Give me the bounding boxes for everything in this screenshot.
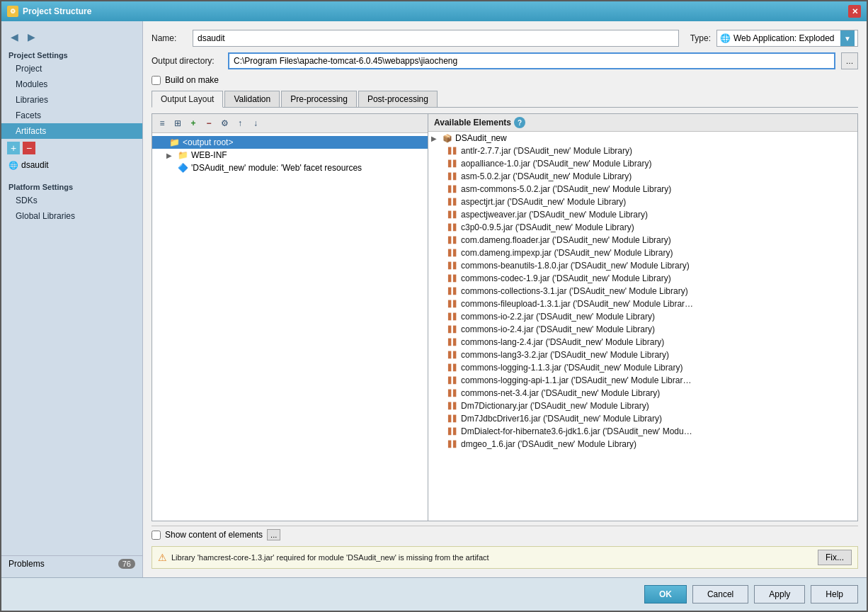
available-item-0[interactable]: ▋▋ antlr-2.7.7.jar ('DSAudit_new' Module… xyxy=(428,144,857,157)
jar-icon-8: ▋▋ xyxy=(448,249,458,256)
available-item-2[interactable]: ▋▋ asm-5.0.2.jar ('DSAudit_new' Module L… xyxy=(428,170,857,183)
add-artifact-button[interactable]: + xyxy=(7,142,20,154)
problems-badge: 76 xyxy=(118,559,135,569)
available-header: Available Elements ? xyxy=(428,114,857,132)
build-on-make-checkbox[interactable] xyxy=(152,76,161,85)
available-item-12[interactable]: ▋▋ commons-fileupload-1.3.1.jar ('DSAudi… xyxy=(428,298,857,310)
tab-pre-processing[interactable]: Pre-processing xyxy=(281,91,357,107)
close-button[interactable]: ✕ xyxy=(848,5,861,18)
move-down-toolbar-btn[interactable]: ↓ xyxy=(249,116,263,130)
available-item-label-11: commons-collections-3.1.jar ('DSAudit_ne… xyxy=(461,286,688,296)
available-item-21[interactable]: ▋▋ Dm7JdbcDriver16.jar ('DSAudit_new' Mo… xyxy=(428,412,857,425)
name-input[interactable] xyxy=(193,30,679,47)
move-up-toolbar-btn[interactable]: ↑ xyxy=(233,116,247,130)
sidebar-nav: ◀ ▶ xyxy=(1,27,142,47)
cancel-button[interactable]: Cancel xyxy=(692,585,748,604)
available-item-1[interactable]: ▋▋ aopalliance-1.0.jar ('DSAudit_new' Mo… xyxy=(428,157,857,170)
available-item-16[interactable]: ▋▋ commons-lang3-3.2.jar ('DSAudit_new' … xyxy=(428,348,857,361)
tree-item-module[interactable]: 🔷 'DSAudit_new' module: 'Web' facet reso… xyxy=(152,162,428,174)
type-dropdown-arrow[interactable]: ▼ xyxy=(840,30,855,46)
available-item-label-0: antlr-2.7.7.jar ('DSAudit_new' Module Li… xyxy=(461,146,632,156)
sidebar-item-sdks[interactable]: SDKs xyxy=(1,193,142,208)
ok-button[interactable]: OK xyxy=(644,585,687,604)
nav-back-button[interactable]: ◀ xyxy=(7,30,21,44)
nav-forward-button[interactable]: ▶ xyxy=(24,30,38,44)
available-item-8[interactable]: ▋▋ com.dameng.impexp.jar ('DSAudit_new' … xyxy=(428,246,857,259)
available-help-icon[interactable]: ? xyxy=(514,117,525,128)
jar-icon-2: ▋▋ xyxy=(448,173,458,180)
group-expand-icon: ▶ xyxy=(431,135,440,142)
available-item-17[interactable]: ▋▋ commons-logging-1.1.3.jar ('DSAudit_n… xyxy=(428,361,857,374)
available-item-20[interactable]: ▋▋ Dm7Dictionary.jar ('DSAudit_new' Modu… xyxy=(428,400,857,412)
help-button[interactable]: Help xyxy=(811,585,858,604)
settings-toolbar-btn[interactable]: ⚙ xyxy=(217,116,232,130)
jar-icon-1: ▋▋ xyxy=(448,160,458,167)
fix-button[interactable]: Fix... xyxy=(818,550,852,565)
output-browse-button[interactable]: … xyxy=(841,52,858,69)
available-item-9[interactable]: ▋▋ commons-beanutils-1.8.0.jar ('DSAudit… xyxy=(428,259,857,272)
jar-icon-13: ▋▋ xyxy=(448,313,458,320)
sidebar-item-facets[interactable]: Facets xyxy=(1,108,142,123)
available-item-14[interactable]: ▋▋ commons-io-2.4.jar ('DSAudit_new' Mod… xyxy=(428,323,857,336)
remove-artifact-button[interactable]: − xyxy=(23,142,35,154)
available-item-18[interactable]: ▋▋ commons-logging-api-1.1.jar ('DSAudit… xyxy=(428,374,857,387)
tab-validation[interactable]: Validation xyxy=(224,91,280,107)
problems-section[interactable]: Problems 76 xyxy=(1,555,142,572)
jar-icon-7: ▋▋ xyxy=(448,237,458,244)
main-content: ◀ ▶ Project Settings Project Modules Lib… xyxy=(1,21,867,577)
jar-icon-23: ▋▋ xyxy=(448,441,458,448)
build-on-make-label: Build on make xyxy=(165,75,219,85)
available-item-label-9: commons-beanutils-1.8.0.jar ('DSAudit_ne… xyxy=(461,261,690,271)
available-item-label-8: com.dameng.impexp.jar ('DSAudit_new' Mod… xyxy=(461,248,673,258)
name-label: Name: xyxy=(152,33,187,43)
expand-webinf[interactable]: ▶ xyxy=(166,152,175,159)
file-tree-content: 📁 <output root> ▶ 📁 WEB-INF 🔷 'DSAudit_n… xyxy=(152,133,428,521)
platform-settings-header: Platform Settings xyxy=(1,178,142,193)
available-item-15[interactable]: ▋▋ commons-lang-2.4.jar ('DSAudit_new' M… xyxy=(428,336,857,348)
columns-toolbar-btn[interactable]: ⊞ xyxy=(171,116,185,130)
sidebar-item-global-libraries[interactable]: Global Libraries xyxy=(1,208,142,224)
build-on-make-row: Build on make xyxy=(152,75,858,85)
show-content-toolbar-btn[interactable]: ≡ xyxy=(155,116,169,130)
available-item-7[interactable]: ▋▋ com.dameng.floader.jar ('DSAudit_new'… xyxy=(428,234,857,246)
apply-button[interactable]: Apply xyxy=(754,585,805,604)
show-content-row: Show content of elements ... xyxy=(152,526,858,543)
available-item-5[interactable]: ▋▋ aspectjweaver.jar ('DSAudit_new' Modu… xyxy=(428,208,857,221)
jar-icon-12: ▋▋ xyxy=(448,300,458,307)
available-item-label-21: Dm7JdbcDriver16.jar ('DSAudit_new' Modul… xyxy=(461,414,662,424)
available-item-22[interactable]: ▋▋ DmDialect-for-hibernate3.6-jdk1.6.jar… xyxy=(428,425,857,438)
sidebar-item-artifacts[interactable]: Artifacts xyxy=(1,123,142,139)
remove-toolbar-btn[interactable]: − xyxy=(202,116,216,130)
tab-post-processing[interactable]: Post-processing xyxy=(358,91,438,107)
available-group-dsaudit[interactable]: ▶ 📦 DSAudit_new xyxy=(428,132,857,144)
tab-output-layout[interactable]: Output Layout xyxy=(152,91,223,108)
available-item-19[interactable]: ▋▋ commons-net-3.4.jar ('DSAudit_new' Mo… xyxy=(428,387,857,400)
available-item-3[interactable]: ▋▋ asm-commons-5.0.2.jar ('DSAudit_new' … xyxy=(428,183,857,196)
available-content: ▶ 📦 DSAudit_new ▋▋ antlr-2.7.7.jar ('DSA… xyxy=(428,132,857,521)
sidebar-item-libraries[interactable]: Libraries xyxy=(1,92,142,108)
webinf-label: WEB-INF xyxy=(191,150,227,160)
group-name-label: DSAudit_new xyxy=(455,133,507,143)
sidebar-item-modules[interactable]: Modules xyxy=(1,76,142,92)
available-item-label-4: aspectjrt.jar ('DSAudit_new' Module Libr… xyxy=(461,197,626,207)
artifact-dsaudit[interactable]: 🌐 dsaudit xyxy=(1,157,142,173)
right-panel: Name: Type: 🌐 Web Application: Exploded … xyxy=(143,21,867,577)
available-item-13[interactable]: ▋▋ commons-io-2.2.jar ('DSAudit_new' Mod… xyxy=(428,310,857,323)
add-toolbar-btn[interactable]: + xyxy=(186,116,200,130)
type-select[interactable]: 🌐 Web Application: Exploded ▼ xyxy=(716,30,858,47)
available-item-label-3: asm-commons-5.0.2.jar ('DSAudit_new' Mod… xyxy=(461,184,671,194)
available-item-6[interactable]: ▋▋ c3p0-0.9.5.jar ('DSAudit_new' Module … xyxy=(428,221,857,234)
show-content-browse-button[interactable]: ... xyxy=(267,529,280,540)
available-item-4[interactable]: ▋▋ aspectjrt.jar ('DSAudit_new' Module L… xyxy=(428,196,857,208)
output-dir-input[interactable] xyxy=(228,52,835,69)
tree-item-output-root[interactable]: 📁 <output root> xyxy=(152,136,428,149)
available-item-23[interactable]: ▋▋ dmgeo_1.6.jar ('DSAudit_new' Module L… xyxy=(428,438,857,450)
available-header-label: Available Elements xyxy=(434,118,511,128)
available-item-label-16: commons-lang3-3.2.jar ('DSAudit_new' Mod… xyxy=(461,350,669,360)
available-item-11[interactable]: ▋▋ commons-collections-3.1.jar ('DSAudit… xyxy=(428,285,857,298)
show-content-checkbox[interactable] xyxy=(152,531,161,540)
jar-icon-5: ▋▋ xyxy=(448,211,458,218)
available-item-10[interactable]: ▋▋ commons-codec-1.9.jar ('DSAudit_new' … xyxy=(428,272,857,285)
tree-item-webinf[interactable]: ▶ 📁 WEB-INF xyxy=(152,149,428,162)
sidebar-item-project[interactable]: Project xyxy=(1,61,142,76)
